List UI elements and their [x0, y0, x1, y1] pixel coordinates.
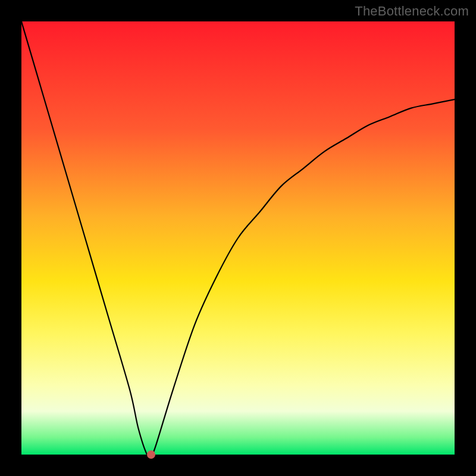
- plot-area: [21, 21, 455, 455]
- watermark-text: TheBottleneck.com: [355, 4, 469, 19]
- optimal-point-marker: [147, 450, 155, 459]
- bottleneck-curve: [21, 21, 455, 455]
- chart-frame: TheBottleneck.com: [0, 0, 476, 476]
- curve-svg: [21, 21, 455, 455]
